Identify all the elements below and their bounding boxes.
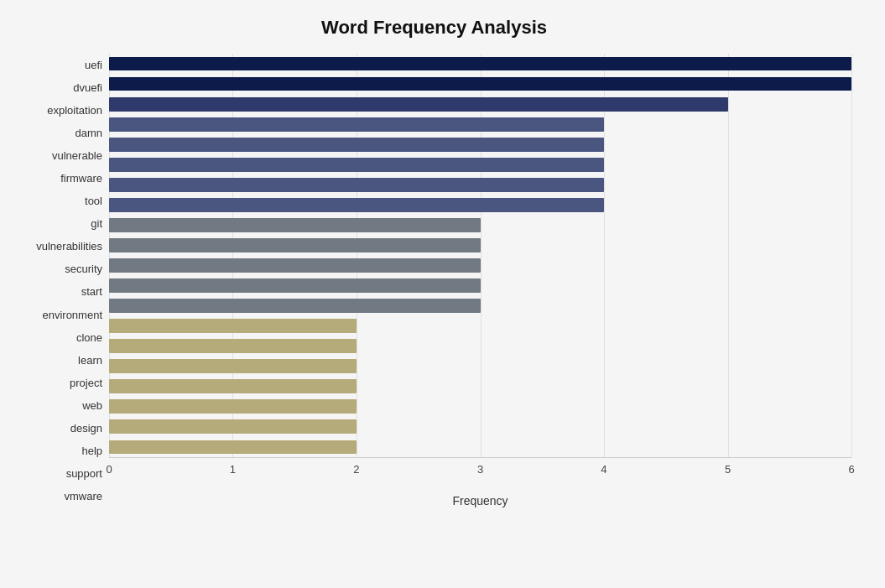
bar (109, 178, 604, 192)
bar (109, 218, 481, 232)
bar (109, 419, 357, 434)
bar-row (109, 437, 851, 457)
bar-row (109, 154, 851, 174)
bar (109, 238, 481, 252)
y-label: web (17, 400, 102, 411)
y-label: security (17, 263, 102, 274)
chart-title: Word Frequency Analysis (17, 17, 851, 39)
y-label: support (17, 468, 102, 479)
bar (109, 57, 851, 71)
y-label: uefi (17, 60, 102, 70)
x-axis-label: Frequency (109, 494, 851, 507)
bar (109, 158, 604, 172)
bar (109, 278, 481, 293)
x-tick: 4 (601, 463, 606, 476)
bar (109, 198, 604, 212)
bar-row (109, 356, 851, 377)
bar (109, 440, 357, 455)
y-label: start (17, 286, 102, 297)
x-tick: 0 (106, 463, 112, 476)
y-label: exploitation (17, 105, 102, 116)
bars-area (109, 54, 851, 457)
bar-row (109, 54, 851, 74)
bar (109, 359, 357, 373)
bar (109, 339, 357, 353)
bar-row (109, 74, 851, 94)
bar (109, 399, 357, 414)
x-tick: 3 (477, 463, 483, 476)
y-label: git (17, 218, 102, 229)
bar-row (109, 255, 851, 275)
grid-line (851, 54, 852, 457)
bar-row (109, 377, 851, 397)
y-label: environment (17, 310, 102, 320)
chart-container: Word Frequency Analysis uefidvuefiexploi… (0, 0, 885, 588)
x-axis: 0123456 (109, 457, 851, 491)
bar (109, 138, 604, 152)
bar-row (109, 195, 851, 215)
y-label: vulnerabilities (17, 241, 102, 252)
y-label: dvuefi (17, 82, 102, 93)
y-label: tool (17, 195, 102, 206)
bar (109, 299, 481, 313)
y-label: help (17, 445, 102, 456)
bars-and-x: 0123456 Frequency (109, 54, 851, 507)
bar-row (109, 316, 851, 336)
bar-row (109, 336, 851, 356)
bar-row (109, 174, 851, 195)
bar-row (109, 276, 851, 296)
bar (109, 379, 357, 393)
y-axis-labels: uefidvuefiexploitationdamnvulnerablefirm… (17, 54, 109, 507)
bars-inner (109, 54, 851, 457)
bar (109, 117, 604, 132)
bar (109, 319, 357, 333)
x-tick: 1 (230, 463, 236, 476)
y-label: project (17, 377, 102, 388)
y-label: design (17, 423, 102, 434)
y-label: clone (17, 332, 102, 343)
bar-row (109, 94, 851, 114)
bar-row (109, 397, 851, 417)
bar-row (109, 235, 851, 255)
bar-row (109, 114, 851, 134)
bar-row (109, 215, 851, 235)
y-label: vmware (17, 491, 102, 502)
bar (109, 97, 728, 112)
x-tick: 2 (353, 463, 359, 476)
bar (109, 258, 481, 273)
x-tick: 6 (848, 463, 854, 476)
bar-row (109, 417, 851, 437)
x-tick: 5 (725, 463, 731, 476)
bar (109, 77, 851, 91)
bar-row (109, 134, 851, 154)
y-label: damn (17, 127, 102, 138)
y-label: vulnerable (17, 150, 102, 161)
bar-row (109, 296, 851, 316)
y-label: learn (17, 355, 102, 366)
y-label: firmware (17, 173, 102, 184)
chart-area: uefidvuefiexploitationdamnvulnerablefirm… (17, 54, 851, 507)
